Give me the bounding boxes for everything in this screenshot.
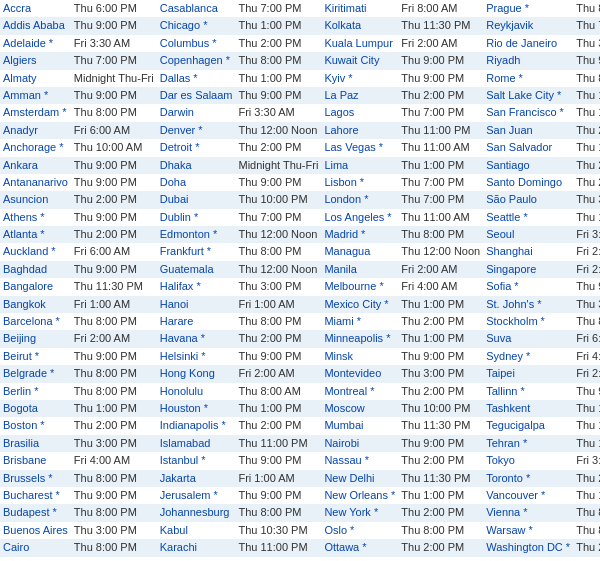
city-cell[interactable]: Tegucigalpa (483, 417, 573, 434)
city-cell[interactable]: Baghdad (0, 261, 71, 278)
city-cell[interactable]: Minsk (321, 348, 398, 365)
city-cell[interactable]: Havana * (157, 330, 236, 347)
city-cell[interactable]: São Paulo (483, 191, 573, 208)
city-cell[interactable]: New Orleans * (321, 487, 398, 504)
city-cell[interactable]: Bogota (0, 400, 71, 417)
city-cell[interactable]: Berlin * (0, 383, 71, 400)
city-cell[interactable]: Rome * (483, 70, 573, 87)
city-cell[interactable]: Frankfurt * (157, 243, 236, 260)
city-cell[interactable]: Barcelona * (0, 313, 71, 330)
city-cell[interactable]: Kiritimati (321, 0, 398, 17)
city-cell[interactable]: Melbourne * (321, 278, 398, 295)
city-cell[interactable]: Prague * (483, 0, 573, 17)
city-cell[interactable]: Vienna * (483, 504, 573, 521)
city-cell[interactable]: Beirut * (0, 348, 71, 365)
city-cell[interactable]: Washington DC * (483, 539, 573, 556)
city-cell[interactable]: Sydney * (483, 348, 573, 365)
city-cell[interactable]: Taipei (483, 365, 573, 382)
city-cell[interactable]: Brussels * (0, 470, 71, 487)
city-cell[interactable]: Boston * (0, 417, 71, 434)
city-cell[interactable]: Kolkata (321, 17, 398, 34)
city-cell[interactable]: Nassau * (321, 452, 398, 469)
city-cell[interactable]: Ottawa * (321, 539, 398, 556)
city-cell[interactable]: Beijing (0, 330, 71, 347)
city-cell[interactable]: Tallinn * (483, 383, 573, 400)
city-cell[interactable]: Houston * (157, 400, 236, 417)
city-cell[interactable]: Anadyr (0, 122, 71, 139)
city-cell[interactable]: Darwin (157, 104, 236, 121)
city-cell[interactable]: Santo Domingo (483, 174, 573, 191)
city-cell[interactable]: New Delhi (321, 470, 398, 487)
city-cell[interactable]: La Paz (321, 87, 398, 104)
city-cell[interactable]: Bangalore (0, 278, 71, 295)
city-cell[interactable]: Edmonton * (157, 226, 236, 243)
city-cell[interactable]: Adelaide * (0, 35, 71, 52)
city-cell[interactable]: Suva (483, 330, 573, 347)
city-cell[interactable]: Amman * (0, 87, 71, 104)
city-cell[interactable]: Brasilia (0, 435, 71, 452)
city-cell[interactable]: Mumbai (321, 417, 398, 434)
city-cell[interactable]: Casablanca (157, 0, 236, 17)
city-cell[interactable]: Shanghai (483, 243, 573, 260)
city-cell[interactable]: Salt Lake City * (483, 87, 573, 104)
city-cell[interactable]: Singapore (483, 261, 573, 278)
city-cell[interactable]: Toronto * (483, 470, 573, 487)
city-cell[interactable]: Managua (321, 243, 398, 260)
city-cell[interactable]: Doha (157, 174, 236, 191)
city-cell[interactable]: Bangkok (0, 296, 71, 313)
city-cell[interactable]: Tokyo (483, 452, 573, 469)
city-cell[interactable]: Amsterdam * (0, 104, 71, 121)
city-cell[interactable]: New York * (321, 504, 398, 521)
city-cell[interactable]: Accra (0, 0, 71, 17)
city-cell[interactable]: Nairobi (321, 435, 398, 452)
city-cell[interactable]: Seoul (483, 226, 573, 243)
city-cell[interactable]: Belgrade * (0, 365, 71, 382)
city-cell[interactable]: Bucharest * (0, 487, 71, 504)
city-cell[interactable]: Ankara (0, 157, 71, 174)
city-cell[interactable]: Miami * (321, 313, 398, 330)
city-cell[interactable]: Istanbul * (157, 452, 236, 469)
city-cell[interactable]: Islamabad (157, 435, 236, 452)
city-cell[interactable]: Dubai (157, 191, 236, 208)
city-cell[interactable]: Antananarivo (0, 174, 71, 191)
city-cell[interactable]: Tehran * (483, 435, 573, 452)
city-cell[interactable]: Harare (157, 313, 236, 330)
city-cell[interactable]: Kuala Lumpur (321, 35, 398, 52)
city-cell[interactable]: Calgary * (0, 557, 71, 562)
city-cell[interactable]: Kathmandu (157, 557, 236, 562)
city-cell[interactable]: Dallas * (157, 70, 236, 87)
city-cell[interactable]: Kyiv * (321, 70, 398, 87)
city-cell[interactable]: Detroit * (157, 139, 236, 156)
city-cell[interactable]: Las Vegas * (321, 139, 398, 156)
city-cell[interactable]: Lima (321, 157, 398, 174)
city-cell[interactable]: Guatemala (157, 261, 236, 278)
city-cell[interactable]: Denver * (157, 122, 236, 139)
city-cell[interactable]: Lahore (321, 122, 398, 139)
city-cell[interactable]: Rio de Janeiro (483, 35, 573, 52)
city-cell[interactable]: Columbus * (157, 35, 236, 52)
city-cell[interactable]: Honolulu (157, 383, 236, 400)
city-cell[interactable]: Oslo * (321, 522, 398, 539)
city-cell[interactable]: Paris * (321, 557, 398, 562)
city-cell[interactable]: Tashkent (483, 400, 573, 417)
city-cell[interactable]: Minneapolis * (321, 330, 398, 347)
city-cell[interactable]: Los Angeles * (321, 209, 398, 226)
city-cell[interactable]: St. John's * (483, 296, 573, 313)
city-cell[interactable]: Cairo (0, 539, 71, 556)
city-cell[interactable]: Karachi (157, 539, 236, 556)
city-cell[interactable]: Indianapolis * (157, 417, 236, 434)
city-cell[interactable]: Jakarta (157, 470, 236, 487)
city-cell[interactable]: Hong Kong (157, 365, 236, 382)
city-cell[interactable]: Madrid * (321, 226, 398, 243)
city-cell[interactable]: Almaty (0, 70, 71, 87)
city-cell[interactable]: Kabul (157, 522, 236, 539)
city-cell[interactable]: Brisbane (0, 452, 71, 469)
city-cell[interactable]: Jerusalem * (157, 487, 236, 504)
city-cell[interactable]: Hanoi (157, 296, 236, 313)
city-cell[interactable]: Athens * (0, 209, 71, 226)
city-cell[interactable]: Chicago * (157, 17, 236, 34)
city-cell[interactable]: Asuncion (0, 191, 71, 208)
city-cell[interactable]: Dhaka (157, 157, 236, 174)
city-cell[interactable]: Anchorage * (0, 139, 71, 156)
city-cell[interactable]: Addis Ababa (0, 17, 71, 34)
